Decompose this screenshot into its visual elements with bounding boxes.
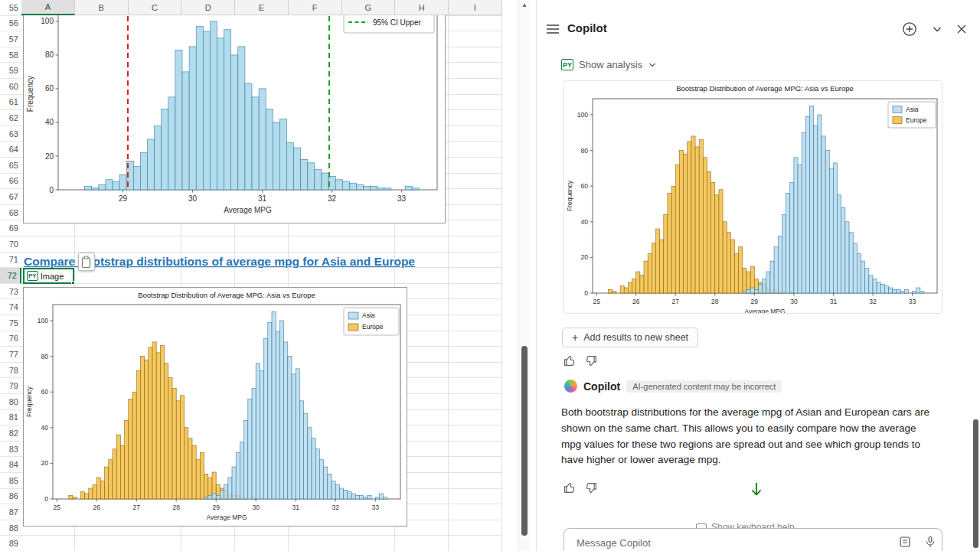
row-header-60[interactable]: 60 <box>0 79 21 95</box>
row-header-79[interactable]: 79 <box>0 378 21 394</box>
column-header-b[interactable]: B <box>75 0 129 15</box>
row-header-73[interactable]: 73 <box>0 284 21 300</box>
row-header-87[interactable]: 87 <box>0 504 21 520</box>
row-header-77[interactable]: 77 <box>0 347 21 363</box>
sheet-scrollbar-thumb[interactable] <box>521 346 528 536</box>
scroll-up-button[interactable]: ▲ <box>519 2 530 8</box>
panel-scrollbar-thumb[interactable] <box>973 419 978 548</box>
svg-text:25: 25 <box>53 504 60 511</box>
svg-text:29: 29 <box>751 298 759 305</box>
add-results-button[interactable]: + Add results to new sheet <box>562 328 698 347</box>
svg-text:27: 27 <box>671 298 679 305</box>
comparison-histogram-image[interactable]: 252627282930313233020406080100Bootstrap … <box>23 287 407 527</box>
row-header-63[interactable]: 63 <box>0 126 21 142</box>
row-header-64[interactable]: 64 <box>0 142 21 158</box>
row-header-57[interactable]: 57 <box>0 31 21 47</box>
ci-histogram-image[interactable]: 2930313233020406080100Average MPGFrequen… <box>23 0 446 223</box>
message-input-container <box>564 528 942 551</box>
row-header-70[interactable]: 70 <box>0 236 21 253</box>
row-header-83[interactable]: 83 <box>0 442 21 458</box>
paste-options-button[interactable] <box>78 253 95 271</box>
column-header-c[interactable]: C <box>129 0 182 15</box>
svg-text:28: 28 <box>711 298 719 305</box>
row-header-58[interactable]: 58 <box>0 47 21 64</box>
row-header-89[interactable]: 89 <box>0 536 21 551</box>
response-header: Copilot AI-generated content may be inco… <box>564 380 782 393</box>
svg-text:40: 40 <box>41 424 49 432</box>
row-header-62[interactable]: 62 <box>0 110 21 126</box>
row-header-55[interactable]: 55 <box>0 0 21 16</box>
row-header-67[interactable]: 67 <box>0 189 21 205</box>
row-header-56[interactable]: 56 <box>0 16 21 32</box>
python-badge: PY <box>561 59 573 70</box>
spreadsheet-area: ABCDEFGHI 555657585960616263646566676869… <box>0 0 533 551</box>
copilot-logo-icon <box>564 380 577 393</box>
svg-text:20: 20 <box>581 253 589 261</box>
svg-text:26: 26 <box>93 504 100 511</box>
prompt-guide-button[interactable] <box>899 536 911 551</box>
feedback-row <box>564 481 597 494</box>
response-author: Copilot <box>583 380 620 393</box>
fill-handle[interactable] <box>71 281 75 285</box>
thumbs-down-button[interactable] <box>584 354 597 367</box>
row-header-84[interactable]: 84 <box>0 457 21 473</box>
close-panel-button[interactable] <box>956 23 968 38</box>
svg-text:60: 60 <box>45 84 54 93</box>
column-header-f[interactable]: F <box>289 0 342 15</box>
row-header-68[interactable]: 68 <box>0 205 21 221</box>
add-results-label: Add results to new sheet <box>583 332 688 343</box>
dictate-button[interactable] <box>924 536 936 551</box>
sheet-vertical-scrollbar[interactable]: ▲ <box>518 0 530 551</box>
row-header-88[interactable]: 88 <box>0 520 21 536</box>
prompt-guide-icon <box>899 536 911 548</box>
svg-text:30: 30 <box>188 194 198 203</box>
column-headers: ABCDEFGHI <box>21 0 502 15</box>
menu-button[interactable] <box>546 24 560 37</box>
svg-text:0: 0 <box>49 186 54 194</box>
column-header-a[interactable]: A <box>21 0 75 15</box>
svg-text:100: 100 <box>577 111 588 119</box>
new-chat-button[interactable] <box>902 21 917 40</box>
row-header-66[interactable]: 66 <box>0 174 21 190</box>
svg-text:Frequency: Frequency <box>25 386 33 417</box>
thumbs-up-button[interactable] <box>564 481 577 494</box>
thumbs-up-button[interactable] <box>564 354 577 367</box>
row-header-69[interactable]: 69 <box>0 220 21 236</box>
svg-text:33: 33 <box>909 298 916 305</box>
column-header-d[interactable]: D <box>181 0 235 15</box>
column-header-g[interactable]: G <box>342 0 396 15</box>
row-header-71[interactable]: 71 <box>0 253 21 269</box>
row-header-76[interactable]: 76 <box>0 331 21 347</box>
row-header-82[interactable]: 82 <box>0 425 21 442</box>
svg-text:29: 29 <box>119 194 128 203</box>
copilot-chart-result[interactable]: 252627282930313233020406080100Bootstrap … <box>564 80 942 314</box>
microphone-icon <box>924 536 936 548</box>
message-input[interactable] <box>575 536 881 549</box>
column-header-i[interactable]: I <box>449 0 502 15</box>
selected-cell-a72[interactable]: PY Image <box>23 268 74 284</box>
row-header-61[interactable]: 61 <box>0 95 21 111</box>
scroll-to-bottom-button[interactable] <box>750 481 763 500</box>
row-header-65[interactable]: 65 <box>0 158 21 174</box>
column-header-h[interactable]: H <box>395 0 449 15</box>
row-header-81[interactable]: 81 <box>0 410 21 426</box>
collapse-panel-button[interactable] <box>931 23 943 38</box>
row-header-85[interactable]: 85 <box>0 473 21 489</box>
show-analysis-toggle[interactable]: PY Show analysis <box>561 59 657 70</box>
row-header-74[interactable]: 74 <box>0 299 21 315</box>
column-header-e[interactable]: E <box>235 0 289 15</box>
close-icon <box>956 23 968 35</box>
row-header-72[interactable]: 72 <box>0 268 21 284</box>
row-header-86[interactable]: 86 <box>0 489 21 505</box>
row-header-80[interactable]: 80 <box>0 394 21 410</box>
row-header-75[interactable]: 75 <box>0 315 21 331</box>
svg-text:32: 32 <box>869 298 877 305</box>
svg-text:Asia: Asia <box>906 106 919 113</box>
row-header-78[interactable]: 78 <box>0 363 21 379</box>
thumbs-down-button[interactable] <box>584 481 597 494</box>
svg-text:Europe: Europe <box>906 116 927 124</box>
response-text: Both bootstrap distributions for the ave… <box>561 405 938 468</box>
row-header-59[interactable]: 59 <box>0 63 21 79</box>
svg-text:80: 80 <box>581 147 589 155</box>
svg-text:0: 0 <box>584 289 588 297</box>
